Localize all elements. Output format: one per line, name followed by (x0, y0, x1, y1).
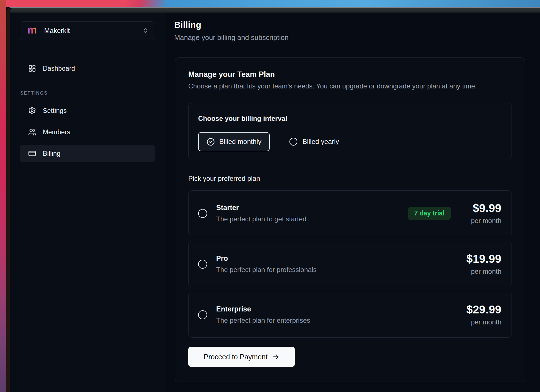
trial-badge: 7 day trial (408, 207, 451, 220)
sidebar-item-label: Members (43, 128, 70, 136)
sidebar-item-members[interactable]: Members (20, 123, 155, 141)
billing-interval-label: Choose your billing interval (198, 115, 502, 122)
main-content: Billing Manage your billing and subscrip… (165, 13, 540, 392)
sidebar-item-dashboard[interactable]: Dashboard (20, 60, 155, 77)
proceed-to-payment-button[interactable]: Proceed to Payment (188, 347, 295, 367)
billed-monthly-option[interactable]: Billed monthly (198, 132, 270, 151)
plan-period: per month (471, 318, 501, 326)
sidebar-item-settings[interactable]: Settings (20, 102, 155, 119)
plan-period: per month (471, 217, 501, 225)
plan-description: The perfect plan to get started (216, 215, 306, 223)
plan-row-pro[interactable]: Pro The perfect plan for professionals $… (188, 241, 512, 287)
billed-monthly-label: Billed monthly (219, 138, 261, 146)
radio-unchecked-icon[interactable] (198, 310, 207, 319)
plan-name: Pro (216, 254, 317, 262)
plan-row-enterprise[interactable]: Enterprise The perfect plan for enterpri… (188, 292, 512, 338)
window-titlebar (10, 8, 540, 13)
sidebar: m Makerkit (10, 13, 165, 392)
workspace-selector[interactable]: m Makerkit (20, 21, 155, 40)
sidebar-item-billing[interactable]: Billing (20, 145, 155, 162)
team-plan-card: Manage your Team Plan Choose a plan that… (175, 57, 525, 383)
settings-nav: Settings Members (20, 102, 155, 162)
sidebar-section-settings: SETTINGS (20, 91, 155, 96)
plan-row-starter[interactable]: Starter The perfect plan to get started … (188, 190, 512, 236)
plan-name: Enterprise (216, 305, 310, 313)
billed-yearly-option[interactable]: Billed yearly (289, 138, 339, 146)
page-title: Billing (174, 20, 529, 30)
plan-description: The perfect plan for professionals (216, 266, 317, 274)
plan-name: Starter (216, 204, 306, 212)
makerkit-logo: m (27, 24, 37, 35)
plan-period: per month (471, 268, 501, 275)
plans-label: Pick your preferred plan (188, 175, 512, 182)
sidebar-item-label: Billing (43, 150, 61, 157)
radio-unchecked-icon (289, 138, 297, 146)
radio-unchecked-icon[interactable] (198, 209, 207, 218)
chevrons-up-down-icon (142, 28, 149, 34)
primary-nav: Dashboard (20, 60, 155, 77)
desktop-wallpaper-top (0, 0, 540, 7)
page-header: Billing Manage your billing and subscrip… (165, 13, 540, 42)
desktop-wallpaper-left (0, 0, 6, 392)
billing-interval-group: Choose your billing interval Billed mont… (188, 103, 512, 159)
plan-price: $9.99 (473, 202, 501, 215)
page-subtitle: Manage your billing and subscription (174, 34, 529, 42)
card-title: Manage your Team Plan (188, 70, 512, 79)
dashboard-grid-icon (28, 64, 36, 72)
app-window: m Makerkit (6, 7, 540, 392)
credit-card-icon (28, 150, 36, 157)
proceed-to-payment-label: Proceed to Payment (204, 353, 268, 361)
plan-description: The perfect plan for enterprises (216, 317, 310, 324)
users-icon (28, 128, 36, 136)
workspace-name: Makerkit (44, 27, 142, 35)
plan-price: $29.99 (466, 303, 501, 316)
plan-price: $19.99 (466, 253, 501, 265)
check-circle-icon (207, 138, 215, 146)
sidebar-item-label: Dashboard (43, 65, 75, 72)
arrow-right-icon (272, 353, 279, 360)
radio-unchecked-icon[interactable] (198, 260, 207, 269)
sidebar-item-label: Settings (43, 107, 67, 115)
gear-icon (28, 107, 36, 115)
billed-yearly-label: Billed yearly (302, 138, 339, 146)
card-description: Choose a plan that fits your team's need… (188, 82, 512, 90)
